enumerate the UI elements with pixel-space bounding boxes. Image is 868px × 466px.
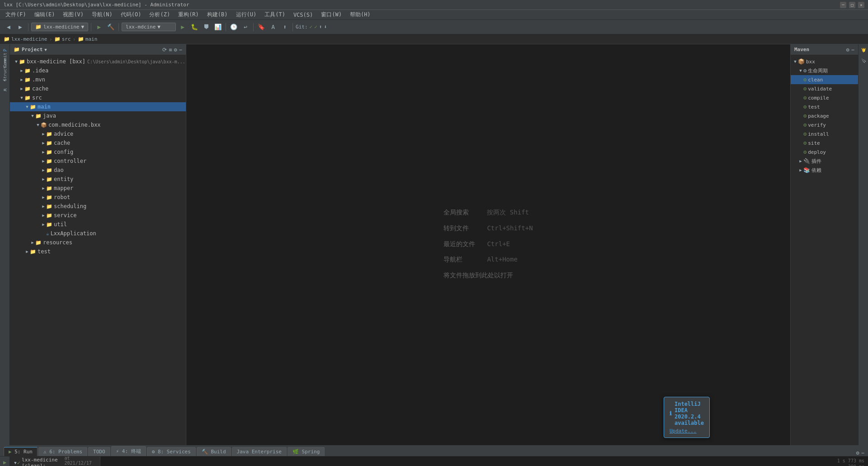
minimize-button[interactable]: ─ xyxy=(840,2,846,8)
git-push-icon[interactable]: ⬆ xyxy=(319,24,322,30)
tree-cache[interactable]: ▶ 📁 cache xyxy=(10,138,186,147)
history-button[interactable]: 🕒 xyxy=(229,22,239,32)
right-tab-notifications[interactable]: 🔔 xyxy=(859,46,868,55)
menu-file[interactable]: 文件(F) xyxy=(2,10,30,19)
menu-view[interactable]: 视图(V) xyxy=(59,10,87,19)
sidebar-tab-structure[interactable]: Structure xyxy=(1,66,9,74)
sidebar-tab-web[interactable]: W xyxy=(1,86,9,94)
breadcrumb-item-project[interactable]: 📁 lxx-medicine xyxy=(4,36,47,42)
run-button[interactable]: ▶ xyxy=(94,22,104,32)
tree-main[interactable]: ▼ 📁 main xyxy=(10,102,186,111)
minimize-panel-icon[interactable]: − xyxy=(179,47,182,53)
build-button[interactable]: 🔨 xyxy=(106,22,116,32)
tree-dao[interactable]: ▶ 📁 dao xyxy=(10,166,186,175)
run-tree-root[interactable]: ▼ ✓ lxx-medicine [clean]: at 2021/12/17 … xyxy=(12,458,98,466)
project-panel-icons[interactable]: ⟳ ≡ ⚙ − xyxy=(162,47,182,53)
maven-lifecycle-verify[interactable]: ⚙ verify xyxy=(791,120,858,129)
window-controls[interactable]: ─ □ ✕ xyxy=(840,2,864,8)
tree-lxx-application[interactable]: ▶ ☕ LxxApplication xyxy=(10,229,186,238)
tree-advice[interactable]: ▶ 📁 advice xyxy=(10,129,186,138)
forward-button[interactable]: ▶ xyxy=(15,22,25,32)
tree-root[interactable]: ▼ 📁 bxx-medicine [bxx] C:\Users\admin\De… xyxy=(10,57,186,66)
maven-lifecycle[interactable]: ▼ ⚙ 生命周期 xyxy=(791,66,858,75)
tree-cache-root[interactable]: ▶ 📁 cache xyxy=(10,84,186,93)
tree-service[interactable]: ▶ 📁 service xyxy=(10,211,186,220)
undo-button[interactable]: ↩ xyxy=(241,22,250,32)
right-tab-plugins[interactable]: 🔌 xyxy=(859,57,868,65)
maven-lifecycle-install[interactable]: ⚙ install xyxy=(791,129,858,138)
back-button[interactable]: ◀ xyxy=(4,22,14,32)
tab-build[interactable]: 🔨 Build xyxy=(197,447,231,456)
breadcrumb-item-src[interactable]: 📁 src xyxy=(54,36,71,42)
menu-code[interactable]: 代码(O) xyxy=(117,10,145,19)
tab-terminal[interactable]: ⚡ 4: 终端 xyxy=(111,446,146,456)
deploy-button[interactable]: ⬆ xyxy=(280,22,290,32)
close-button[interactable]: ✕ xyxy=(858,2,864,8)
tree-scheduling[interactable]: ▶ 📁 scheduling xyxy=(10,202,186,211)
translate-button[interactable]: A xyxy=(268,22,278,32)
git-pull-icon[interactable]: ⬇ xyxy=(324,24,327,30)
debug-button[interactable]: 🐛 xyxy=(189,22,199,32)
menu-tools[interactable]: 工具(T) xyxy=(261,10,289,19)
tree-mvn[interactable]: ▶ 📁 .mvn xyxy=(10,75,186,84)
tree-entity[interactable]: ▶ 📁 entity xyxy=(10,175,186,184)
menu-vcs[interactable]: VCS(S) xyxy=(290,11,316,19)
validate-icon: ⚙ xyxy=(803,86,807,92)
maven-lifecycle-test[interactable]: ⚙ test xyxy=(791,102,858,111)
tree-java[interactable]: ▼ 📁 java xyxy=(10,111,186,120)
menu-edit[interactable]: 编辑(E) xyxy=(31,10,59,19)
maven-minimize-icon[interactable]: − xyxy=(851,47,854,53)
settings-icon[interactable]: ⚙ xyxy=(174,47,177,53)
menu-window[interactable]: 窗口(W) xyxy=(317,10,345,19)
maven-bxx-arrow: ▼ xyxy=(793,59,798,64)
maven-lifecycle-compile[interactable]: ⚙ compile xyxy=(791,93,858,102)
maven-lifecycle-clean[interactable]: ⚙ clean xyxy=(791,75,858,84)
maven-settings-icon[interactable]: ⚙ xyxy=(846,47,849,53)
tree-util[interactable]: ▶ 📁 util xyxy=(10,220,186,229)
menu-refactor[interactable]: 重构(R) xyxy=(175,10,203,19)
maven-lifecycle-package[interactable]: ⚙ package xyxy=(791,111,858,120)
maven-header-icons[interactable]: ⚙ − xyxy=(846,47,854,53)
tree-resources[interactable]: ▶ 📁 resources xyxy=(10,238,186,247)
tree-robot[interactable]: ▶ 📁 robot xyxy=(10,193,186,202)
tree-idea[interactable]: ▶ 📁 .idea xyxy=(10,66,186,75)
menu-help[interactable]: 帮助(H) xyxy=(346,10,374,19)
maximize-button[interactable]: □ xyxy=(849,2,855,8)
maven-deps[interactable]: ▶ 📚 依赖 xyxy=(791,166,858,175)
tab-todo[interactable]: TODO xyxy=(88,447,110,456)
menu-analyze[interactable]: 分析(Z) xyxy=(146,10,174,19)
tree-src[interactable]: ▼ 📁 src xyxy=(10,93,186,102)
sync-icon[interactable]: ⟳ xyxy=(162,47,167,53)
breadcrumb-item-main[interactable]: 📁 main xyxy=(78,36,98,42)
tab-java-enterprise[interactable]: Java Enterprise xyxy=(232,447,287,456)
bookmarks-button[interactable]: 🔖 xyxy=(256,22,266,32)
tree-controller[interactable]: ▶ 📁 controller xyxy=(10,157,186,166)
menu-navigate[interactable]: 导航(N) xyxy=(88,10,116,19)
tab-run[interactable]: ▶ 5: Run xyxy=(4,447,38,456)
bottom-settings-icon[interactable]: ⚙ xyxy=(856,450,859,456)
maven-lifecycle-site[interactable]: ⚙ site xyxy=(791,138,858,147)
filter-icon[interactable]: ≡ xyxy=(169,47,172,53)
tree-package[interactable]: ▼ 📦 com.medicine.bxx xyxy=(10,120,186,129)
notification-update-link[interactable]: Update... xyxy=(670,428,704,434)
tab-problems[interactable]: ⚠ 6: Problems xyxy=(38,447,87,456)
run-action-button[interactable]: ▶ xyxy=(178,22,188,32)
maven-lifecycle-deploy[interactable]: ⚙ deploy xyxy=(791,147,858,157)
menu-build[interactable]: 构建(B) xyxy=(203,10,231,19)
tree-test[interactable]: ▶ 📁 test xyxy=(10,247,186,256)
bottom-minimize-icon[interactable]: − xyxy=(861,450,864,456)
tab-services[interactable]: ⚙ 8: Services xyxy=(147,447,196,456)
menu-run[interactable]: 运行(U) xyxy=(232,10,260,19)
tree-config[interactable]: ▶ 📁 config xyxy=(10,147,186,157)
run-config-dropdown[interactable]: lxx-mdcine ▼ xyxy=(122,23,176,31)
bottom-tab-controls[interactable]: ⚙ − xyxy=(856,450,864,456)
tab-spring[interactable]: 🌿 Spring xyxy=(288,447,325,456)
maven-lifecycle-validate[interactable]: ⚙ validate xyxy=(791,84,858,93)
maven-plugins[interactable]: ▶ 🔌 插件 xyxy=(791,157,858,166)
coverage-button[interactable]: ⛊ xyxy=(201,22,211,32)
run-play-btn[interactable]: ▶ xyxy=(1,458,9,466)
maven-bxx-root[interactable]: ▼ 📦 bxx xyxy=(791,57,858,66)
project-dropdown[interactable]: 📁 lxx-medicine ▼ xyxy=(31,23,88,31)
profile-button[interactable]: 📊 xyxy=(213,22,223,32)
tree-mapper[interactable]: ▶ 📁 mapper xyxy=(10,184,186,193)
